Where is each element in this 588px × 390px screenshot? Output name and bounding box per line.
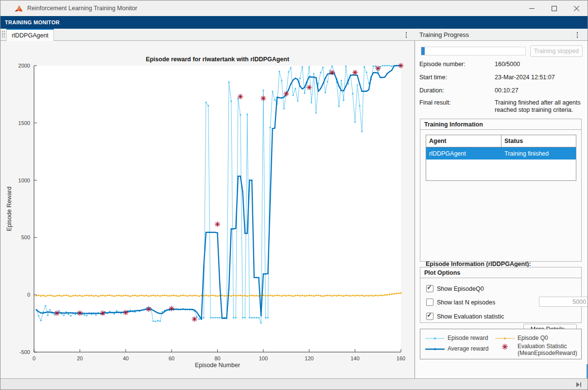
svg-text:0: 0 bbox=[27, 292, 30, 298]
field-duration: Duration: 00:10:27 bbox=[419, 87, 583, 94]
show-evaluation-statistic-checkbox[interactable] bbox=[426, 313, 433, 320]
evaluation-statistic-asterisk-icon bbox=[494, 343, 516, 351]
training-information-section: Training Information Agent Status rlDDPG… bbox=[420, 119, 582, 262]
field-final-result: Final result: Training finished after al… bbox=[419, 99, 583, 114]
table-header-row: Agent Status bbox=[426, 135, 576, 147]
episode-q0-swatch-icon bbox=[494, 335, 516, 342]
tab-label: rlDDPGAgent bbox=[12, 32, 49, 39]
maximize-button[interactable] bbox=[543, 0, 565, 16]
svg-text:-500: -500 bbox=[19, 349, 30, 355]
svg-text:500: 500 bbox=[21, 234, 30, 240]
svg-text:160: 160 bbox=[397, 355, 405, 361]
table-row[interactable]: rlDDPGAgent Training finished bbox=[426, 147, 576, 160]
training-information-header: Training Information bbox=[420, 119, 581, 130]
svg-text:Episode Reward: Episode Reward bbox=[6, 187, 13, 231]
legend-label: Episode Q0 bbox=[518, 335, 548, 341]
legend-item-episode-q0: Episode Q0 bbox=[494, 335, 548, 342]
column-header-status: Status bbox=[502, 135, 576, 147]
field-label: Start time: bbox=[419, 74, 495, 81]
checkbox-label: Show Evaluation statistic bbox=[437, 313, 504, 320]
svg-text:40: 40 bbox=[123, 355, 129, 361]
field-value: 23-Mar-2024 12:51:07 bbox=[495, 74, 583, 81]
svg-text:2000: 2000 bbox=[18, 63, 30, 69]
toolstrip: TRAINING MONITOR bbox=[0, 16, 588, 29]
svg-text:80: 80 bbox=[214, 355, 220, 361]
legend-item-episode-reward: Episode reward bbox=[424, 335, 488, 342]
n-episodes-input[interactable] bbox=[539, 297, 588, 307]
agent-status-table: Agent Status rlDDPGAgent Training finish… bbox=[426, 135, 576, 181]
svg-text:20: 20 bbox=[77, 355, 83, 361]
close-button[interactable] bbox=[565, 0, 588, 16]
field-value: 160/5000 bbox=[495, 61, 583, 68]
side-panel: Training stopped Episode number: 160/500… bbox=[415, 41, 588, 378]
app-window: Reinforcement Learning Training Monitor … bbox=[0, 0, 588, 390]
legend-label: Evaluation Statistic (MeanEpisodeReward) bbox=[518, 343, 582, 356]
legend-item-average-reward: Average reward bbox=[424, 345, 489, 353]
svg-text:140: 140 bbox=[350, 355, 359, 361]
close-icon bbox=[574, 6, 579, 11]
minimize-button[interactable] bbox=[520, 0, 543, 16]
training-stopped-button[interactable]: Training stopped bbox=[530, 45, 583, 57]
training-progress-bar bbox=[421, 47, 526, 55]
column-header-agent: Agent bbox=[426, 135, 502, 147]
training-reward-chart: -500050010001500200002040608010012014016… bbox=[0, 41, 415, 378]
field-start-time: Start time: 23-Mar-2024 12:51:07 bbox=[419, 74, 583, 81]
training-progress-panel-title: Training Progress bbox=[419, 29, 469, 41]
checkbox-label: Show EpisodeQ0 bbox=[437, 285, 484, 292]
option-show-last-n-episodes: Show last N episodes bbox=[426, 299, 495, 306]
cell-agent: rlDDPGAgent bbox=[426, 147, 502, 160]
field-label: Episode number: bbox=[419, 61, 495, 68]
option-show-evaluation-statistic: Show Evaluation statistic bbox=[426, 313, 504, 320]
document-bar: rlDDPGAgent Training Progress bbox=[0, 29, 588, 41]
cell-status: Training finished bbox=[502, 147, 576, 160]
chart-panel: -500050010001500200002040608010012014016… bbox=[0, 41, 415, 378]
svg-text:1000: 1000 bbox=[18, 177, 30, 183]
titlebar: Reinforcement Learning Training Monitor bbox=[0, 0, 588, 16]
show-last-n-episodes-checkbox[interactable] bbox=[426, 299, 433, 306]
svg-text:1500: 1500 bbox=[18, 120, 30, 126]
svg-text:0: 0 bbox=[33, 355, 35, 361]
episode-information-title: Episode Information (rlDDPGAgent): bbox=[426, 261, 531, 267]
matlab-logo-icon bbox=[15, 5, 23, 12]
plot-options-section: Plot Options Show EpisodeQ0 Show last N … bbox=[420, 267, 582, 323]
training-progress-fill bbox=[421, 47, 425, 55]
checkbox-label: Show last N episodes bbox=[437, 299, 495, 306]
episode-reward-swatch-icon bbox=[424, 335, 446, 342]
field-episode-number: Episode number: 160/5000 bbox=[419, 61, 583, 68]
field-label: Duration: bbox=[419, 87, 495, 94]
field-value: Training finished after all agents reach… bbox=[495, 99, 583, 114]
show-episodeq0-checkbox[interactable] bbox=[426, 285, 433, 292]
legend-label: Average reward bbox=[448, 345, 489, 352]
svg-text:100: 100 bbox=[259, 355, 268, 361]
expand-panel-icon[interactable] bbox=[575, 381, 582, 388]
average-reward-swatch-icon bbox=[424, 345, 446, 353]
legend-item-evaluation-statistic: Evaluation Statistic (MeanEpisodeReward) bbox=[494, 343, 582, 356]
legend-label: Episode reward bbox=[448, 335, 488, 341]
field-value: 00:10:27 bbox=[495, 87, 583, 94]
minimize-icon bbox=[529, 6, 535, 11]
status-bar bbox=[0, 378, 588, 390]
svg-text:60: 60 bbox=[169, 355, 174, 361]
plot-options-header: Plot Options bbox=[420, 267, 581, 278]
tab-rlddpgagent[interactable]: rlDDPGAgent bbox=[6, 29, 54, 41]
field-label: Final result: bbox=[419, 99, 495, 114]
svg-text:Episode Number: Episode Number bbox=[195, 362, 240, 369]
window-title: Reinforcement Learning Training Monitor bbox=[27, 5, 138, 12]
drag-handle-icon[interactable] bbox=[2, 31, 6, 38]
chart-actions-menu-icon[interactable] bbox=[402, 31, 411, 39]
toolstrip-tab-training-monitor[interactable]: TRAINING MONITOR bbox=[5, 19, 60, 25]
table-empty-area bbox=[426, 160, 576, 180]
svg-text:Episode reward for rlwatertank: Episode reward for rlwatertank with rlDD… bbox=[146, 56, 290, 63]
svg-text:120: 120 bbox=[305, 355, 313, 361]
option-show-episodeq0: Show EpisodeQ0 bbox=[426, 285, 484, 292]
main-area: -500050010001500200002040608010012014016… bbox=[0, 41, 588, 378]
chart-legend: Episode reward Average reward Episode Q0… bbox=[420, 329, 582, 359]
progress-actions-menu-icon[interactable] bbox=[573, 31, 582, 39]
maximize-icon bbox=[552, 6, 557, 11]
